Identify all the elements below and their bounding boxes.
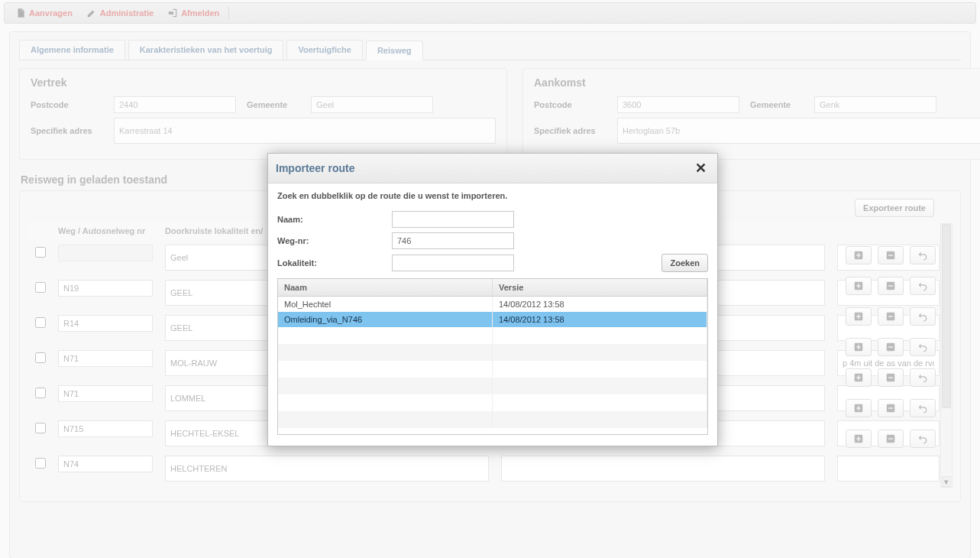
result-naam: Omleiding_via_N746 [278,312,493,327]
naam-input[interactable] [392,211,514,228]
wegnr-input[interactable] [392,232,514,249]
label-lokaliteit: Lokaliteit: [277,258,392,268]
result-row[interactable]: Omleiding_via_N746 14/08/2012 13:58 [278,312,707,327]
result-row-empty [278,394,707,411]
lokaliteit-input[interactable] [392,255,514,271]
import-route-modal: Importeer route ✕ Zoek en dubbelklik op … [267,153,718,446]
results-body: Mol_Hechtel 14/08/2012 13:58 Omleiding_v… [278,297,707,434]
result-row[interactable]: Mol_Hechtel 14/08/2012 13:58 [278,297,707,312]
result-versie: 14/08/2012 13:58 [493,297,707,312]
result-row-empty [278,378,707,394]
modal-title: Importeer route [276,162,354,174]
result-row-empty [278,344,707,361]
label-wegnr: Weg-nr: [277,236,392,245]
col-versie: Versie [493,279,707,296]
result-versie: 14/08/2012 13:58 [493,312,707,327]
result-row-empty [278,327,707,344]
col-naam: Naam [278,279,493,296]
modal-hint: Zoek en dubbelklik op de route die u wen… [277,191,708,200]
result-row-empty [278,361,707,378]
label-naam: Naam: [277,215,392,224]
result-row-empty [278,411,707,428]
zoeken-button[interactable]: Zoeken [661,254,708,272]
close-icon[interactable]: ✕ [692,160,710,177]
results-grid: Naam Versie Mol_Hechtel 14/08/2012 13:58… [277,278,708,435]
result-naam: Mol_Hechtel [278,297,493,312]
